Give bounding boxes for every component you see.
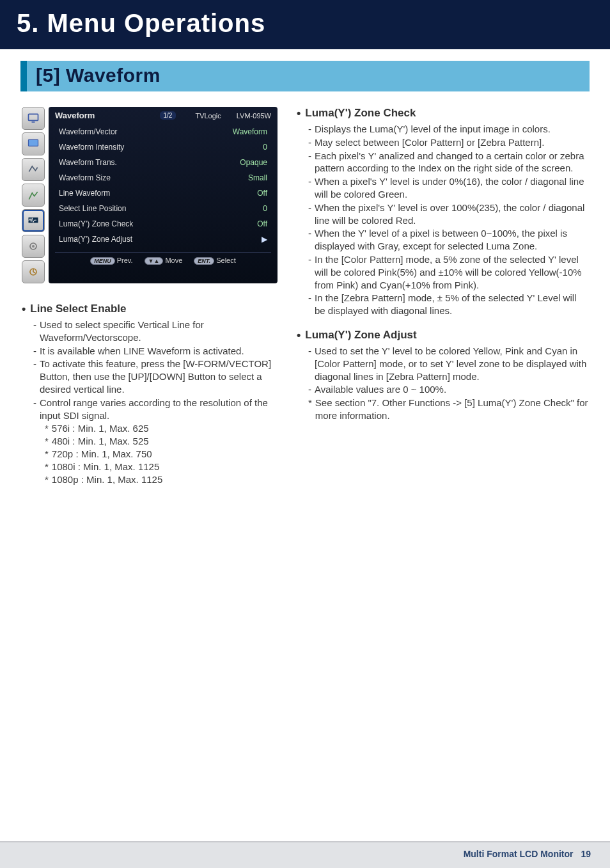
osd-footer-hints: MENUPrev. ▼▲Move ENT.Select <box>55 252 271 265</box>
topic-luma-zone-adjust: Luma(Y') Zone Adjust Used to set the Y' … <box>297 329 588 422</box>
topic-luma-zone-check: Luma(Y') Zone Check Displays the Luma(Y'… <box>297 107 588 317</box>
osd-hint-label: Select <box>216 256 236 264</box>
osd-items: Waveform/VectorWaveform Waveform Intensi… <box>55 124 271 247</box>
footer-label: Multi Format LCD Monitor <box>464 849 574 859</box>
osd-row: Luma(Y') Zone CheckOff <box>55 216 271 232</box>
osd-row: Waveform SizeSmall <box>55 170 271 185</box>
section-title: [5] Waveform <box>20 61 590 91</box>
topic-title: Luma(Y') Zone Adjust <box>297 329 588 342</box>
monitor-icon <box>22 107 45 130</box>
ent-key-icon: ENT. <box>194 257 214 265</box>
svg-rect-1 <box>32 122 35 123</box>
svg-rect-2 <box>29 139 38 146</box>
resolution-spec: 720p : Min. 1, Max. 750 <box>45 448 278 461</box>
osd-row: Line WaveformOff <box>55 185 271 201</box>
osd-item-label: Luma(Y') Zone Check <box>59 219 133 228</box>
osd-item-value: Waveform <box>233 127 267 136</box>
body-line: Displays the Luma(Y') level of the input… <box>308 123 588 136</box>
arrows-key-icon: ▼▲ <box>145 257 164 265</box>
page-footer: Multi Format LCD Monitor 19 <box>0 841 610 868</box>
body-line: Each pixel's Y' analized and changed to … <box>308 150 588 175</box>
osd-side-tabs <box>22 107 45 283</box>
osd-menu-figure: Waveform 1/2 TVLogic LVM-095W Waveform/V… <box>22 107 278 283</box>
body-line: Available values are 0 ~ 100%. <box>308 383 588 396</box>
osd-row: Waveform Intensity0 <box>55 139 271 155</box>
resolution-spec: 1080p : Min. 1, Max. 1125 <box>45 473 278 486</box>
body-line: When the pixel's Y' level is over 100%(2… <box>308 201 588 227</box>
topic-line-select-enable: Line Select Enable Used to select specif… <box>22 303 278 485</box>
svg-rect-0 <box>29 114 38 120</box>
osd-item-value: 0 <box>263 143 267 152</box>
body-line: Used to select specific Vertical Line fo… <box>33 319 278 344</box>
menu-key-icon: MENU <box>90 257 115 265</box>
resolution-spec: 1080i : Min. 1, Max. 1125 <box>45 461 278 473</box>
body-line: May select between [Color Pattern] or [Z… <box>308 136 588 149</box>
osd-item-label: Waveform/Vector <box>59 127 118 136</box>
osd-panel: Waveform 1/2 TVLogic LVM-095W Waveform/V… <box>49 107 278 283</box>
body-line: Used to set the Y' level to be colored Y… <box>308 345 588 383</box>
osd-item-value: Opaque <box>240 158 267 167</box>
resolution-spec: 480i : Min. 1, Max. 525 <box>45 435 278 448</box>
osd-item-label: Line Waveform <box>59 189 110 198</box>
marker-icon <box>22 184 45 207</box>
osd-row: Luma(Y') Zone Adjust▶ <box>55 232 271 247</box>
topic-title: Luma(Y') Zone Check <box>297 107 588 120</box>
osd-item-label: Waveform Size <box>59 173 111 182</box>
topic-title: Line Select Enable <box>22 303 278 316</box>
right-column: Luma(Y') Zone Check Displays the Luma(Y'… <box>297 107 588 497</box>
body-line: It is available when LINE Waveform is ac… <box>33 345 278 358</box>
osd-submenu-arrow-icon: ▶ <box>262 235 267 244</box>
osd-hint-prev: MENUPrev. <box>90 256 132 265</box>
audio-icon <box>22 235 45 258</box>
left-column: Waveform 1/2 TVLogic LVM-095W Waveform/V… <box>22 107 278 497</box>
content-columns: Waveform 1/2 TVLogic LVM-095W Waveform/V… <box>0 91 610 497</box>
svg-point-5 <box>32 245 35 248</box>
body-line: When a pixel's Y' level is under 0%(16),… <box>308 175 588 201</box>
body-line: When the Y' level of a pixel is between … <box>308 227 588 253</box>
body-line: To activate this feature, press the [W-F… <box>33 358 278 395</box>
osd-item-label: Luma(Y') Zone Adjust <box>59 235 132 244</box>
gpi-icon <box>22 158 45 181</box>
page-number: 19 <box>581 849 591 859</box>
osd-row: Waveform Trans.Opaque <box>55 155 271 170</box>
osd-item-value: Off <box>257 189 267 198</box>
waveform-tab-icon <box>22 209 45 232</box>
osd-page-indicator: 1/2 <box>160 111 176 120</box>
osd-item-value: Small <box>248 173 267 182</box>
resolution-spec: 576i : Min. 1, Max. 625 <box>45 422 278 435</box>
osd-hint-select: ENT.Select <box>194 256 235 265</box>
osd-hint-label: Prev. <box>117 256 133 264</box>
color-icon <box>22 132 45 155</box>
system-icon <box>22 260 45 283</box>
body-line: Control range varies according to the re… <box>33 397 278 422</box>
osd-item-value: Off <box>257 219 267 228</box>
osd-item-value: 0 <box>263 204 267 213</box>
osd-brand: TVLogic <box>195 112 221 120</box>
osd-item-label: Waveform Trans. <box>59 158 117 167</box>
see-also-note: See section "7. Other Functions -> [5] L… <box>308 397 588 422</box>
osd-item-label: Waveform Intensity <box>59 143 124 152</box>
chapter-title: 5. Menu Operations <box>0 0 610 49</box>
body-line: In the [Color Pattern] mode, a 5% zone o… <box>308 253 588 291</box>
osd-model: LVM-095W <box>237 112 271 120</box>
osd-row: Select Line Position0 <box>55 201 271 216</box>
osd-hint-move: ▼▲Move <box>145 256 183 265</box>
body-line: In the [Zebra Pattern] mode, ± 5% of the… <box>308 292 588 317</box>
osd-item-label: Select Line Position <box>59 204 126 213</box>
osd-hint-label: Move <box>165 256 182 264</box>
osd-row: Waveform/VectorWaveform <box>55 124 271 139</box>
osd-title: Waveform <box>55 111 160 120</box>
